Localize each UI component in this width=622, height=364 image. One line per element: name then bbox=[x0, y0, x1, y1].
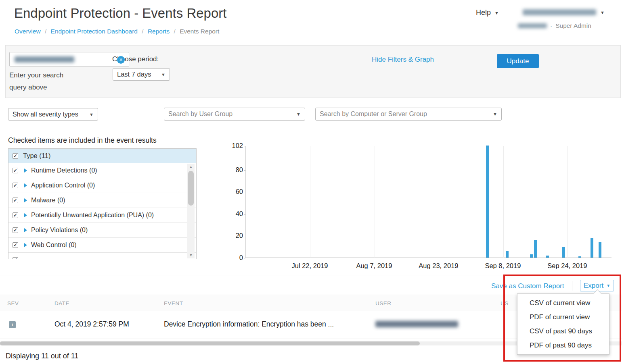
clear-search-icon[interactable]: ✕ bbox=[117, 56, 125, 64]
event-type-list: Type (11) Runtime Detections (0) Applica… bbox=[8, 148, 197, 259]
breadcrumb-current: Events Report bbox=[180, 28, 219, 35]
list-item-label: Runtime Detections (0) bbox=[31, 167, 97, 174]
events-report-page: Endpoint Protection - Events Report Over… bbox=[0, 0, 622, 364]
role-label: Super Admin bbox=[555, 22, 591, 29]
expand-icon[interactable] bbox=[24, 168, 27, 173]
chevron-down-icon: ▼ bbox=[161, 72, 165, 77]
x-axis-tick-label: Sep 8, 2019 bbox=[485, 262, 521, 270]
info-severity-icon: i bbox=[9, 321, 16, 328]
user-group-placeholder: Search by User Group bbox=[168, 110, 232, 118]
y-axis-tick-label: 102 bbox=[226, 142, 243, 150]
redacted-account-name bbox=[518, 23, 547, 28]
list-item-pua[interactable]: Potentially Unwanted Application (PUA) (… bbox=[8, 208, 196, 223]
scrollbar-thumb[interactable] bbox=[188, 171, 194, 206]
chart-bar bbox=[530, 254, 533, 258]
checkbox[interactable] bbox=[13, 257, 18, 259]
y-axis-tick-label: 0 bbox=[226, 254, 243, 262]
search-helper-text: Enter your search query above bbox=[9, 69, 80, 94]
x-axis-tick-label: Aug 7, 2019 bbox=[356, 262, 392, 270]
divider bbox=[572, 281, 572, 291]
scroll-up-icon[interactable]: ▲ bbox=[187, 164, 195, 170]
chart-bar bbox=[534, 240, 537, 258]
column-user-truncated: US bbox=[501, 300, 509, 306]
y-axis-tick-label: 60 bbox=[226, 188, 243, 196]
y-axis-tick bbox=[244, 258, 245, 258]
user-group-select[interactable]: Search by User Group ▼ bbox=[164, 108, 305, 121]
breadcrumb-separator: / bbox=[45, 28, 46, 35]
expand-icon[interactable] bbox=[24, 228, 27, 232]
event-description: Device Encryption information: Encryptio… bbox=[164, 320, 334, 329]
column-date: DATE bbox=[54, 300, 69, 306]
y-axis-tick bbox=[244, 236, 245, 236]
list-item-web-control[interactable]: Web Control (0) bbox=[8, 238, 196, 253]
breadcrumb-reports[interactable]: Reports bbox=[148, 28, 170, 35]
x-axis-tick-label: Sep 24, 2019 bbox=[547, 262, 587, 270]
column-sev: SEV bbox=[7, 300, 19, 306]
chart-bar bbox=[506, 251, 509, 258]
computer-group-placeholder: Search by Computer or Server Group bbox=[320, 110, 427, 118]
severity-filter-select[interactable]: Show all severity types ▼ bbox=[8, 108, 98, 121]
gridline bbox=[310, 146, 310, 258]
gridline bbox=[439, 146, 439, 258]
chevron-down-icon: ▼ bbox=[89, 112, 94, 117]
y-axis-tick-label: 20 bbox=[226, 232, 243, 239]
menu-item-csv-past-90-days[interactable]: CSV of past 90 days bbox=[517, 324, 609, 338]
breadcrumb-overview[interactable]: Overview bbox=[15, 28, 41, 35]
events-bar-chart: 020406080102Jul 22, 2019Aug 7, 2019Aug 2… bbox=[226, 146, 616, 273]
list-item-label: Web Control (0) bbox=[31, 241, 77, 249]
list-item-application-control[interactable]: Application Control (0) bbox=[8, 178, 196, 193]
column-user: USER bbox=[375, 300, 392, 306]
breadcrumb-separator: / bbox=[142, 28, 143, 35]
chart-bar bbox=[578, 256, 581, 258]
checkbox[interactable] bbox=[13, 168, 18, 173]
menu-item-pdf-past-90-days[interactable]: PDF of past 90 days bbox=[517, 338, 609, 352]
filter-panel: Choose period: ✕ Enter your search query… bbox=[5, 45, 621, 98]
expand-icon[interactable] bbox=[24, 198, 27, 202]
expand-icon[interactable] bbox=[24, 183, 27, 187]
export-dropdown-menu: CSV of current view PDF of current view … bbox=[517, 293, 609, 355]
x-axis-tick-label: Aug 23, 2019 bbox=[419, 262, 458, 270]
period-value: Last 7 days bbox=[117, 71, 151, 78]
y-axis-tick bbox=[244, 146, 245, 146]
y-axis-tick bbox=[244, 192, 245, 192]
breadcrumb: Overview / Endpoint Protection Dashboard… bbox=[15, 28, 219, 35]
list-item-malware[interactable]: Malware (0) bbox=[8, 193, 196, 208]
expand-icon[interactable] bbox=[24, 213, 27, 217]
menu-item-pdf-current-view[interactable]: PDF of current view bbox=[517, 310, 609, 324]
checkbox[interactable] bbox=[13, 227, 18, 233]
update-button[interactable]: Update bbox=[497, 54, 539, 68]
save-as-custom-report-link[interactable]: Save as Custom Report bbox=[491, 282, 564, 290]
checkbox[interactable] bbox=[13, 212, 18, 218]
checkbox[interactable] bbox=[13, 198, 18, 203]
expand-icon[interactable] bbox=[24, 243, 27, 247]
help-menu[interactable]: Help ▼ bbox=[476, 8, 499, 17]
checked-items-caption: Checked items are included in the event … bbox=[8, 136, 157, 145]
checkbox-type-group[interactable] bbox=[13, 153, 18, 159]
event-date: Oct 4, 2019 2:57:59 PM bbox=[54, 320, 129, 329]
search-input[interactable] bbox=[9, 52, 129, 67]
type-group-header[interactable]: Type (11) bbox=[8, 149, 196, 163]
menu-item-csv-current-view[interactable]: CSV of current view bbox=[517, 296, 609, 310]
y-axis-tick-label: 40 bbox=[226, 210, 243, 218]
hide-filters-link[interactable]: Hide Filters & Graph bbox=[372, 56, 434, 64]
user-role: · Super Admin bbox=[518, 22, 591, 29]
list-item-runtime-detections[interactable]: Runtime Detections (0) bbox=[8, 163, 196, 178]
role-separator: · bbox=[550, 22, 552, 29]
breadcrumb-separator: / bbox=[174, 28, 176, 35]
checkbox[interactable] bbox=[13, 242, 18, 248]
scroll-down-icon[interactable]: ▼ bbox=[187, 252, 195, 258]
computer-group-select[interactable]: Search by Computer or Server Group ▼ bbox=[315, 108, 502, 121]
help-label: Help bbox=[476, 8, 491, 17]
redacted-search-query bbox=[15, 56, 74, 62]
checkbox[interactable] bbox=[13, 183, 18, 188]
period-select[interactable]: Last 7 days ▼ bbox=[113, 68, 170, 81]
user-menu[interactable]: ▼ bbox=[523, 9, 605, 15]
redacted-user-name bbox=[523, 9, 596, 15]
export-label: Export bbox=[584, 282, 603, 290]
list-item-policy-violations[interactable]: Policy Violations (0) bbox=[8, 223, 196, 238]
scrollbar-thumb[interactable] bbox=[0, 341, 420, 345]
list-item-partial[interactable] bbox=[8, 253, 196, 259]
breadcrumb-endpoint-dashboard[interactable]: Endpoint Protection Dashboard bbox=[51, 28, 138, 35]
scrollbar-vertical[interactable]: ▲ ▼ bbox=[187, 164, 195, 258]
y-axis-tick bbox=[244, 170, 245, 171]
